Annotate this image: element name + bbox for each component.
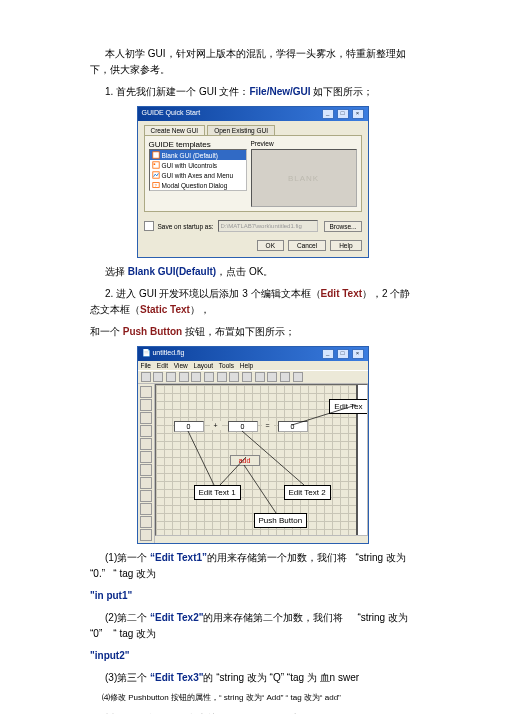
svg-rect-0: [152, 152, 158, 158]
edit-text-1[interactable]: 0: [174, 421, 204, 432]
palette-listbox-icon[interactable]: [140, 490, 152, 502]
txt: “ add": [320, 693, 341, 702]
templates-col: GUIDE templates Blank GUI (Default) GUI …: [149, 140, 247, 207]
close-icon[interactable]: ×: [352, 109, 364, 119]
menu-item[interactable]: Tools: [219, 362, 234, 369]
txt: "input2": [90, 650, 129, 661]
templates-list[interactable]: Blank GUI (Default) GUI with Uicontrols …: [149, 149, 247, 191]
titlebar: GUIDE Quick Start _ □ ×: [138, 107, 368, 121]
palette-edit-icon[interactable]: [140, 451, 152, 463]
preview-pane: Preview BLANK: [251, 140, 357, 207]
txt: “ Add”: [262, 693, 284, 702]
svg-rect-2: [153, 163, 155, 165]
bullet-4: ⑷修改 Pushbutton 按钮的属性，“ string 改为“ Add” “…: [90, 692, 415, 705]
window-title: GUIDE Quick Start: [142, 109, 201, 119]
palette-popup-icon[interactable]: [140, 477, 152, 489]
para-step2: 2. 进入 GUI 开发环境以后添加 3 个编辑文本框（Edit Text），2…: [90, 286, 415, 318]
palette-panel-icon[interactable]: [140, 529, 152, 541]
palette-radio-icon[interactable]: [140, 425, 152, 437]
cancel-button[interactable]: Cancel: [288, 240, 326, 251]
menubar: File Edit View Layout Tools Help: [138, 361, 368, 370]
palette-pushbutton-icon[interactable]: [140, 399, 152, 411]
palette-static-icon[interactable]: [140, 464, 152, 476]
tab-create-new[interactable]: Create New GUI: [144, 125, 206, 135]
menu-item[interactable]: View: [174, 362, 188, 369]
toolbar-editor-icon[interactable]: [255, 372, 265, 382]
figure-guide-quick-start: GUIDE Quick Start _ □ × Create New GUI O…: [137, 106, 369, 258]
template-icon: ?: [152, 181, 160, 189]
template-label: Modal Question Dialog: [162, 182, 228, 189]
help-button[interactable]: Help: [330, 240, 361, 251]
toolbar-prop-icon[interactable]: [267, 372, 277, 382]
txt: “Edit Tex3": [150, 672, 203, 683]
menu-item[interactable]: Layout: [194, 362, 214, 369]
txt: “string 改为: [216, 672, 269, 683]
dialog-buttons: OK Cancel Help: [138, 236, 368, 257]
toolbar-new-icon[interactable]: [141, 372, 151, 382]
tab-open-existing[interactable]: Open Existing GUI: [207, 125, 275, 135]
toolbar-cut-icon[interactable]: [179, 372, 189, 382]
para-step2b: 和一个 Push Button 按钮，布置如下图所示；: [90, 324, 415, 340]
txt: Blank GUI(Default): [128, 266, 216, 277]
txt: 的: [203, 672, 216, 683]
edit-text-3[interactable]: 0: [278, 421, 308, 432]
toolbar: [138, 370, 368, 384]
txt: 如下图所示；: [313, 86, 373, 97]
static-plus: +: [210, 421, 222, 430]
templates-label: GUIDE templates: [149, 140, 247, 149]
callout-edit-text-2: Edit Text 2: [284, 485, 331, 500]
menu-item[interactable]: Edit: [157, 362, 168, 369]
palette-axes-icon[interactable]: [140, 516, 152, 528]
browse-button[interactable]: Browse...: [324, 221, 361, 232]
txt: Edit Text: [321, 288, 362, 299]
txt: “Edit Text1”: [150, 552, 207, 563]
menu-item[interactable]: File: [141, 362, 151, 369]
bullet-3: (3)第三个 “Edit Tex3"的 “string 改为 “Q” “tag …: [90, 670, 415, 686]
template-item[interactable]: Blank GUI (Default): [150, 150, 246, 160]
figure-guide-editor: 📄 untitled.fig _ □ × File Edit View Layo…: [137, 346, 369, 544]
save-path[interactable]: D:\MATLAB7\work\untitled1.fig: [218, 220, 319, 232]
toolbar-paste-icon[interactable]: [204, 372, 214, 382]
toolbar-undo-icon[interactable]: [217, 372, 227, 382]
maximize-icon[interactable]: □: [337, 109, 349, 119]
cmd: File/New/GUI: [249, 86, 313, 97]
template-icon: [152, 161, 160, 169]
txt: “ tag 改为: [111, 568, 157, 579]
template-item[interactable]: ? Modal Question Dialog: [150, 180, 246, 190]
txt: (2)第二个: [105, 612, 150, 623]
static-eq: =: [262, 421, 274, 430]
canvas[interactable]: 0 + 0 = 0 add Edit Tex Edit Text 1 Edit …: [155, 384, 368, 536]
editor-body: 0 + 0 = 0 add Edit Tex Edit Text 1 Edit …: [138, 384, 368, 543]
minimize-icon[interactable]: _: [322, 109, 334, 119]
toolbar-obj-icon[interactable]: [280, 372, 290, 382]
save-checkbox[interactable]: [144, 221, 154, 231]
txt: “Q”: [270, 672, 284, 683]
push-button-add[interactable]: add: [230, 455, 260, 466]
palette-slider-icon[interactable]: [140, 412, 152, 424]
txt: 按钮，布置如下图所示；: [182, 326, 295, 337]
save-label: Save on startup as:: [158, 223, 214, 230]
toolbar-copy-icon[interactable]: [191, 372, 201, 382]
palette-toggle-icon[interactable]: [140, 503, 152, 515]
close-icon[interactable]: ×: [352, 349, 364, 359]
toolbar-redo-icon[interactable]: [229, 372, 239, 382]
txt: 1. 首先我们新建一个 GUI 文件：: [105, 86, 249, 97]
minimize-icon[interactable]: _: [322, 349, 334, 359]
txt: "in put1": [90, 590, 132, 601]
txt: 选择: [105, 266, 128, 277]
toolbar-save-icon[interactable]: [166, 372, 176, 382]
maximize-icon[interactable]: □: [337, 349, 349, 359]
txt: ⑷修改 Pushbutton 按钮的属性，: [102, 693, 219, 702]
toolbar-open-icon[interactable]: [153, 372, 163, 382]
txt: (1)第一个: [105, 552, 150, 563]
toolbar-run-icon[interactable]: [293, 372, 303, 382]
txt: Static Text: [140, 304, 190, 315]
template-item[interactable]: GUI with Axes and Menu: [150, 170, 246, 180]
palette-select-icon[interactable]: [140, 386, 152, 398]
template-item[interactable]: GUI with Uicontrols: [150, 160, 246, 170]
palette-checkbox-icon[interactable]: [140, 438, 152, 450]
menu-item[interactable]: Help: [240, 362, 253, 369]
toolbar-align-icon[interactable]: [242, 372, 252, 382]
edit-text-2[interactable]: 0: [228, 421, 258, 432]
ok-button[interactable]: OK: [257, 240, 284, 251]
